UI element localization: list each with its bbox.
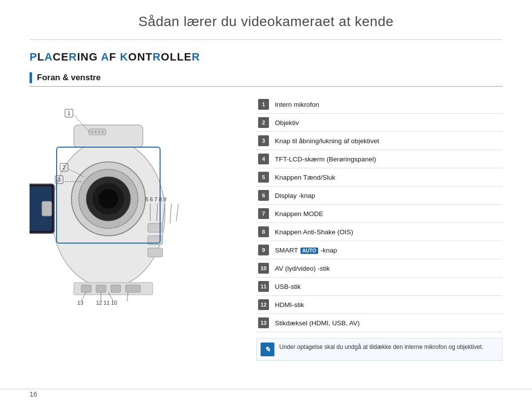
sub-section-label: Foran & venstre [37, 73, 100, 83]
page-number: 16 [30, 390, 37, 398]
table-row: 4 TFT-LCD-skærm (Berøringspanel) [256, 150, 502, 168]
table-row: 8 Knappen Anti-Shake (OIS) [256, 223, 502, 241]
table-row: 7 Knappen MODE [256, 205, 502, 223]
part-badge-1: 1 [258, 99, 269, 110]
svg-rect-21 [81, 285, 91, 292]
auto-badge: AUTO [300, 248, 318, 254]
svg-text:1: 1 [67, 110, 70, 116]
svg-point-10 [95, 131, 97, 133]
part-desc-8: Knappen Anti-Shake (OIS) [273, 223, 502, 241]
svg-point-11 [99, 131, 100, 133]
page-number-line [0, 389, 532, 389]
part-desc-11: USB-stik [273, 278, 502, 296]
part-badge-12: 12 [258, 299, 269, 310]
part-desc-1: Intern mikrofon [273, 95, 502, 114]
part-badge-13: 13 [258, 317, 269, 328]
sub-section-indicator [30, 72, 32, 83]
svg-rect-8 [89, 129, 106, 135]
table-row: 3 Knap til åbning/lukning af objektivet [256, 132, 502, 150]
part-desc-6: Display -knap [273, 187, 502, 205]
table-row: 2 Objektiv [256, 114, 502, 132]
part-badge-3: 3 [258, 135, 269, 146]
part-desc-7: Knappen MODE [273, 205, 502, 223]
part-badge-4: 4 [258, 154, 269, 164]
part-desc-12: HDMI-stik [273, 296, 502, 314]
part-desc-10: AV (lyd/video) -stik [273, 259, 502, 278]
svg-rect-22 [96, 285, 106, 292]
part-badge-6: 6 [258, 190, 269, 201]
table-row: 13 Stikdæksel (HDMI, USB, AV) [256, 314, 502, 332]
table-row: 12 HDMI-stik [256, 296, 502, 314]
part-desc-4: TFT-LCD-skærm (Berøringspanel) [273, 150, 502, 168]
part-badge-10: 10 [258, 263, 269, 274]
part-desc-3: Knap til åbning/lukning af objektivet [273, 132, 502, 150]
part-desc-5: Knappen Tænd/Sluk [273, 168, 502, 187]
smart-label: SMART [275, 247, 298, 254]
table-row: 11 USB-stik [256, 278, 502, 296]
page-title: Sådan lærer du videokameraet at kende [0, 14, 532, 30]
svg-rect-19 [148, 248, 163, 257]
table-row: 9 SMART AUTO -knap [256, 241, 502, 259]
part-badge-8: 8 [258, 226, 269, 237]
svg-line-42 [176, 204, 178, 221]
note-icon: ✎ [261, 343, 274, 356]
note-area: ✎ Under optagelse skal du undgå at tildæ… [256, 338, 502, 361]
part-badge-11: 11 [258, 281, 269, 292]
camera-svg: Samsung 1 [30, 95, 241, 351]
svg-rect-24 [126, 285, 140, 292]
svg-text:3: 3 [58, 177, 61, 183]
page-title-area: Sådan lærer du videokameraet at kende [0, 0, 532, 34]
table-row: 6 Display -knap [256, 187, 502, 205]
table-row: 10 AV (lyd/video) -stik [256, 259, 502, 278]
parts-table: 1 Intern mikrofon 2 Objektiv 3 Knap til … [256, 95, 502, 332]
svg-text:12  11  10: 12 11 10 [96, 300, 117, 306]
knap-label: -knap [320, 247, 337, 254]
svg-point-5 [99, 189, 118, 209]
part-desc-9: SMART AUTO -knap [273, 241, 502, 259]
part-badge-2: 2 [258, 117, 269, 128]
part-badge-9: 9 [258, 245, 269, 255]
note-text: Under optagelse skal du undgå at tildækk… [279, 343, 483, 351]
part-badge-5: 5 [258, 172, 269, 183]
sub-section-area: Foran & venstre [0, 63, 532, 87]
svg-text:2: 2 [63, 164, 66, 170]
camera-diagram: Samsung 1 [30, 95, 241, 351]
svg-point-12 [102, 131, 103, 133]
svg-point-9 [92, 131, 93, 133]
sub-section-bar: Foran & venstre [30, 72, 502, 87]
svg-line-41 [170, 204, 171, 223]
part-badge-7: 7 [258, 208, 269, 219]
section-heading-area: PLACERING AF KONTROLLER [0, 40, 532, 63]
part-desc-2: Objektiv [273, 114, 502, 132]
part-desc-13: Stikdæksel (HDMI, USB, AV) [273, 314, 502, 332]
svg-rect-23 [111, 285, 121, 292]
svg-text:5  6  7  8  9: 5 6 7 8 9 [145, 196, 166, 202]
svg-rect-7 [74, 125, 143, 147]
svg-text:13: 13 [77, 300, 83, 306]
section-heading-title: PLACERING AF KONTROLLER [30, 51, 502, 63]
table-row: 1 Intern mikrofon [256, 95, 502, 114]
table-row: 5 Knappen Tænd/Sluk [256, 168, 502, 187]
parts-list: 1 Intern mikrofon 2 Objektiv 3 Knap til … [256, 95, 502, 361]
svg-rect-16 [42, 201, 52, 216]
main-content: Samsung 1 [0, 95, 532, 361]
